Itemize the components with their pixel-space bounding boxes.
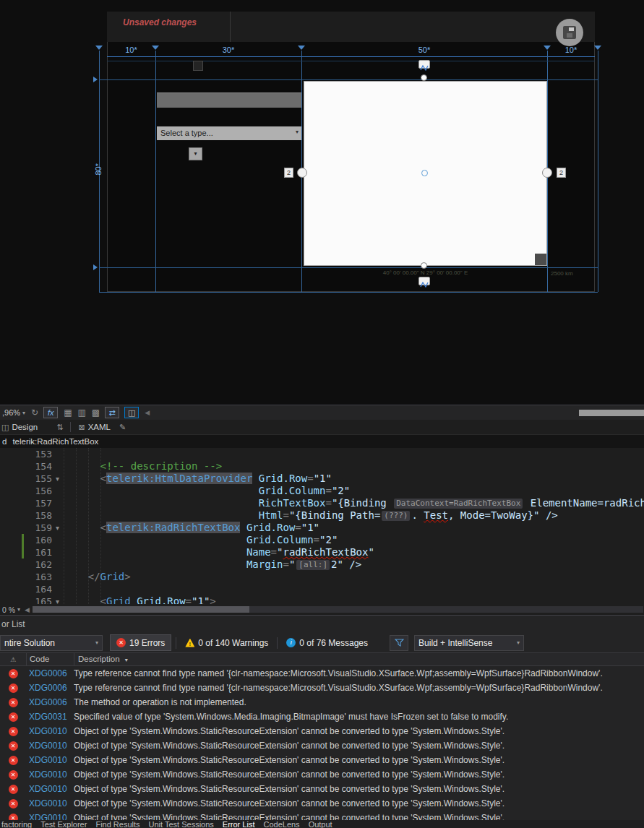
severity-column-icon[interactable]: ⚠ [0,656,26,663]
code-line-163[interactable]: 163 </Grid> [0,571,644,583]
gridlines-icon[interactable]: ▥ [78,407,86,418]
error-row[interactable]: ✕XDG0010Object of type 'System.Windows.S… [0,796,644,811]
designed-dropdown-button[interactable]: ▾ [189,147,202,160]
save-icon[interactable] [556,19,583,46]
error-row[interactable]: ✕XDG0006Type reference cannot find type … [0,681,644,695]
tab-design[interactable]: ◫ Design [1,423,38,432]
column-header-description[interactable]: Description ▾ [74,652,644,666]
xaml-design-surface[interactable]: Unsaved changes 10* 30* 50* 10* 80* [0,0,644,405]
code-line-165[interactable]: 165▾ <Grid Grid.Row="1"> [0,595,644,604]
code-line-164[interactable]: 164 [0,583,644,595]
error-row[interactable]: ✕XDG0006The method or operation is not i… [0,695,644,710]
bottom-tab-factoring[interactable]: factoring [1,820,32,828]
margin-badge-left[interactable]: 2 [284,168,293,178]
code-line-155[interactable]: 155▾ <telerik:HtmlDataProvider Grid.Row=… [0,473,644,485]
row-line-marker-icon[interactable] [93,77,98,82]
grid-line-marker-icon[interactable] [95,46,103,50]
source-dropdown[interactable]: Build + IntelliSense ▾ [414,635,524,651]
editor-hscrollbar[interactable] [33,606,643,613]
warnings-filter-button[interactable]: ! 0 of 140 Warnings [181,635,272,651]
selection-handle-top[interactable] [421,74,427,81]
margin-anchor-right[interactable] [542,168,552,178]
error-code-link[interactable]: XDG0010 [26,798,74,808]
column-width-label-3[interactable]: 50* [301,45,547,57]
bottom-tab-find-results[interactable]: Find Results [95,820,139,828]
alignment-anchor-bottom-icon[interactable] [418,277,430,285]
editor-hscrollbar-thumb[interactable] [33,606,249,613]
code-line-161[interactable]: 161 Name="radRichTextBox" [0,546,644,559]
swap-panes-icon[interactable]: ⇅ [56,423,63,432]
xaml-code-editor[interactable]: 153154 <!-- description -->155▾ <telerik… [0,448,644,604]
code-line-154[interactable]: 154 <!-- description --> [0,460,644,473]
zoom-select[interactable]: ,96% ▾ [2,408,25,417]
selection-center-handle[interactable] [421,170,428,176]
error-row[interactable]: ✕XDG0010Object of type 'System.Windows.S… [0,738,644,753]
scroll-left-icon[interactable]: ◀ [25,606,30,613]
effects-button[interactable]: fx [43,407,58,418]
error-row[interactable]: ✕XDG0010Object of type 'System.Windows.S… [0,811,644,820]
column-width-label-4[interactable]: 10* [547,45,595,57]
bottom-tab-error-list[interactable]: Error List [223,820,255,828]
grid-line-marker-icon[interactable] [298,46,305,50]
error-code-link[interactable]: XDG0006 [26,668,74,678]
error-row[interactable]: ✕XDG0010Object of type 'System.Windows.S… [0,782,644,796]
messages-filter-button[interactable]: i 0 of 76 Messages [282,635,372,651]
breadcrumb-selected-element[interactable]: telerik:RadRichTextBox [12,437,98,446]
error-row[interactable]: ✕XDG0006Type reference cannot find type … [0,666,644,681]
margin-anchor-left[interactable] [297,168,307,178]
bottom-tab-test-explorer[interactable]: Test Explorer [40,820,87,828]
grid-line-horizontal[interactable] [99,79,598,80]
selection-handle-bottom[interactable] [421,262,427,269]
grid-line-marker-icon[interactable] [594,46,601,50]
designer-hscrollbar-thumb[interactable] [579,410,644,416]
resize-thumb[interactable] [535,254,546,265]
grid-line-horizontal[interactable] [99,267,598,268]
snap-grid-icon[interactable]: ▦ [64,407,72,418]
bottom-tab-unit-test-sessions[interactable]: Unit Test Sessions [149,820,214,828]
filter-button[interactable] [390,635,408,651]
popout-edit-icon[interactable]: ✎ [119,423,126,432]
column-header-code[interactable]: Code [26,652,74,666]
scope-dropdown[interactable]: ntire Solution ▾ [0,635,103,651]
scroll-left-icon[interactable]: ◀ [145,409,150,416]
code-line-160[interactable]: 160 Grid.Column="2" [0,534,644,546]
alignment-anchor-top-icon[interactable] [418,60,430,69]
error-code-link[interactable]: XDG0031 [26,712,74,722]
grid-line-marker-icon[interactable] [544,46,551,50]
column-width-label-1[interactable]: 10* [107,45,155,57]
error-code-link[interactable]: XDG0010 [26,741,74,751]
error-code-link[interactable]: XDG0010 [26,784,74,794]
error-row[interactable]: ✕XDG0010Object of type 'System.Windows.S… [0,753,644,767]
tab-xaml[interactable]: ⊠ XAML [78,423,111,432]
column-width-label-2[interactable]: 30* [155,45,301,57]
breadcrumb-prefix[interactable]: d [2,437,7,446]
swap-panes-button[interactable]: ⇄ [105,407,119,418]
bottom-tab-output[interactable]: Output [309,820,332,828]
grid-line-marker-icon[interactable] [152,46,159,50]
code-line-153[interactable]: 153 [0,448,644,460]
grid-line-vertical[interactable] [155,51,156,292]
error-row[interactable]: ✕XDG0031Specified value of type 'System.… [0,710,644,724]
editor-zoom-select[interactable]: 0 % ▾ [2,605,20,614]
error-code-link[interactable]: XDG0006 [26,683,74,693]
designed-textbox[interactable] [157,92,301,108]
error-code-link[interactable]: XDG0010 [26,726,74,736]
bottom-tab-codelens[interactable]: CodeLens [263,820,299,828]
code-line-158[interactable]: 158 Html="{Binding Path=(???). Test, Mod… [0,509,644,522]
error-code-link[interactable]: XDG0010 [26,755,74,765]
code-line-162[interactable]: 162 Margin="[all:]2" /> [0,559,644,571]
code-line-157[interactable]: 157 RichTextBox="{Binding DataContext=Ra… [0,497,644,509]
row-line-marker-icon[interactable] [93,264,98,270]
row-height-label[interactable]: 80* [94,163,103,176]
code-line-159[interactable]: 159▾ <telerik:RadRichTextBox Grid.Row="1… [0,522,644,534]
refresh-icon[interactable]: ↻ [31,407,38,418]
margin-badge-right[interactable]: 2 [557,168,566,178]
error-code-link[interactable]: XDG0010 [26,813,74,820]
error-code-link[interactable]: XDG0010 [26,769,74,780]
error-row[interactable]: ✕XDG0010Object of type 'System.Windows.S… [0,724,644,738]
errors-filter-button[interactable]: ✕ 19 Errors [110,634,171,651]
error-code-link[interactable]: XDG0006 [26,697,74,707]
snapping-icon[interactable]: ▩ [92,407,100,418]
artboard-background-button[interactable]: ◫ [124,407,139,418]
designed-combobox[interactable]: Select a type... ▾ [157,126,301,140]
